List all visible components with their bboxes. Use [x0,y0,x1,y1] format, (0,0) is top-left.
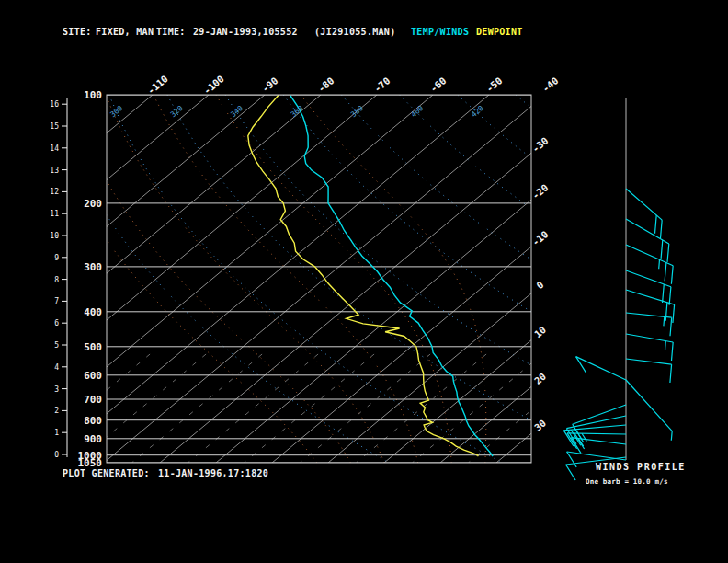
height-axis [62,98,67,457]
svg-text:420: 420 [470,104,485,119]
svg-text:-110: -110 [145,73,170,96]
svg-text:-80: -80 [315,75,336,94]
svg-text:-40: -40 [540,75,560,94]
svg-text:1: 1 [54,429,59,437]
isotherm-labels-top: -110-100-90-80-70-60-50-40 [145,73,561,96]
winds-profile-title: WINDS PROFILE [596,462,686,472]
svg-text:340: 340 [229,104,245,119]
winds-profile-scale-note: One barb = 10.0 m/s [586,477,668,486]
svg-text:-90: -90 [259,75,279,94]
wind-barbs [563,189,674,480]
svg-text:300: 300 [108,104,124,119]
svg-text:0: 0 [534,279,546,291]
svg-text:600: 600 [84,370,102,382]
height-axis-labels: 012345678910111213141516 [50,100,59,459]
svg-text:-100: -100 [201,73,226,96]
svg-text:9: 9 [54,254,59,262]
svg-text:6: 6 [54,319,59,327]
pressure-axis-labels: 10020030040050060070080090010001050 [78,89,103,469]
svg-text:11: 11 [50,210,59,218]
svg-text:900: 900 [84,433,102,445]
svg-text:3: 3 [54,385,59,394]
svg-text:200: 200 [84,198,102,210]
svg-text:10: 10 [532,324,548,339]
svg-text:8: 8 [54,276,59,284]
plot-generated-value: 11-JAN-1996,17:1820 [158,468,268,478]
svg-text:20: 20 [532,371,548,386]
svg-text:800: 800 [84,415,102,427]
svg-text:16: 16 [50,100,59,109]
svg-text:0: 0 [54,451,59,459]
svg-text:300: 300 [84,261,102,273]
plot-generated-label: PLOT GENERATED: [63,468,150,478]
svg-text:30: 30 [532,418,548,433]
svg-text:400: 400 [409,104,425,119]
winds-profile [563,98,674,480]
svg-text:-20: -20 [529,181,550,201]
svg-text:500: 500 [84,341,102,353]
temperature-curve [290,95,493,456]
svg-text:7: 7 [54,297,59,305]
svg-text:-50: -50 [483,75,504,94]
svg-text:100: 100 [84,89,102,101]
svg-text:5: 5 [54,341,59,350]
svg-text:15: 15 [50,122,59,131]
svg-text:10: 10 [50,232,59,240]
svg-text:14: 14 [50,144,59,153]
svg-text:-60: -60 [427,75,448,94]
svg-text:400: 400 [84,306,102,318]
svg-text:700: 700 [84,394,102,406]
svg-text:12: 12 [50,188,59,196]
svg-text:-30: -30 [529,135,550,155]
svg-text:-70: -70 [371,75,392,94]
dewpoint-curve [248,95,479,456]
isotherm-labels-right: -30-20-100102030 [529,135,550,433]
skewt-app-window: SITE: FIXED, MAN TIME: 29-JAN-1993,10555… [0,0,728,563]
svg-text:13: 13 [50,167,59,175]
svg-text:4: 4 [54,363,59,372]
svg-text:-10: -10 [529,228,550,247]
dry-adiabat-labels: 300320340360380400420 [108,104,485,119]
svg-text:2: 2 [54,407,59,415]
